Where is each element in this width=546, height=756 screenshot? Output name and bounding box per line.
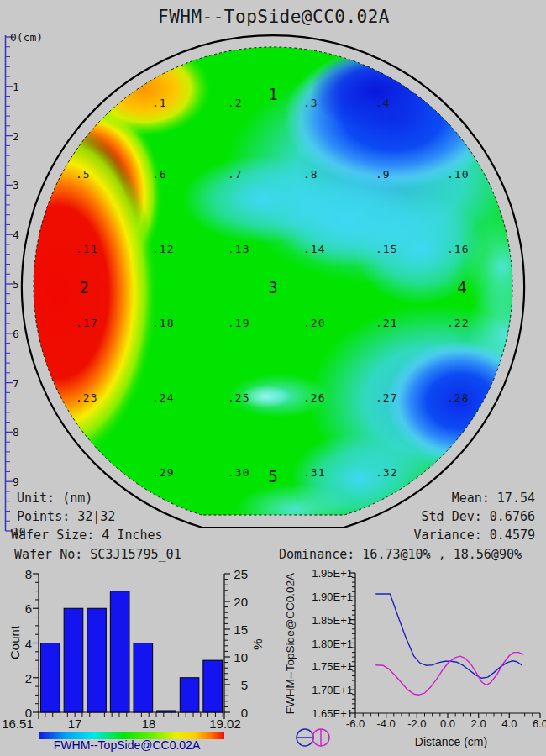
wafer-point-label: .2 — [228, 97, 243, 108]
line-x-tick-label: 2.0 — [471, 718, 486, 729]
wafer-point-label: .10 — [447, 169, 469, 180]
wafer-site-label: 2 — [79, 280, 88, 296]
ruler-tick-label: 4 — [13, 229, 19, 240]
graphics-canvas — [0, 0, 546, 756]
hist-percent-tick-label: 0 — [241, 706, 248, 719]
wafer-point-label: .15 — [375, 244, 397, 255]
mean-value: Mean: 17.54 — [452, 492, 535, 505]
wafer-point-label: .4 — [375, 97, 391, 108]
hist-x-tick-label: 18 — [142, 717, 156, 730]
wafer-point-label: .28 — [447, 392, 469, 403]
hist-x-tick-label: 16.51 — [2, 717, 34, 730]
histogram-bar — [180, 678, 199, 712]
wafer-point-label: .5 — [76, 169, 91, 180]
wafer-point-label: .12 — [152, 244, 174, 255]
vertical-slice-curve — [376, 653, 523, 696]
wafer-point-label: .30 — [228, 467, 249, 478]
line-x-tick-label: 6.0 — [533, 718, 546, 729]
histogram-bar — [87, 608, 107, 712]
line-chart-series — [376, 594, 523, 695]
wafer-point-label: .27 — [375, 392, 397, 403]
line-x-tick-label: 4.0 — [501, 718, 517, 729]
wafer-point-label: .25 — [228, 392, 249, 403]
wafer-point-label: .22 — [447, 318, 469, 328]
wafer-point-label: .16 — [447, 244, 469, 255]
hist-percent-tick-label: 5 — [241, 679, 248, 691]
dominance-label: Dominance: 16.73@10% , 18.56@90% — [279, 549, 522, 561]
horizontal-slice-icon — [297, 729, 313, 746]
ruler-tick-label: 9 — [13, 476, 19, 487]
hist-percent-tick-label: 20 — [234, 596, 248, 608]
wafer-point-label: .24 — [152, 392, 174, 403]
hist-count-tick-label: 6 — [25, 602, 32, 615]
wafer-point-label: .23 — [76, 392, 97, 403]
horizontal-slice-curve — [376, 594, 522, 678]
line-chart-axes — [349, 573, 540, 718]
hist-x-tick-label: 19.02 — [209, 717, 241, 730]
ruler-tick-label: 8 — [13, 427, 19, 438]
wafer-point-label: .11 — [76, 244, 97, 255]
histogram-count-axis-title: Count — [8, 626, 21, 659]
ruler-tick-label: 2 — [13, 130, 19, 141]
line-chart-y-axis-title: FWHM--TopSide@CC0.02A — [285, 573, 297, 714]
wafer-point-label: .14 — [303, 244, 325, 255]
ruler-tick-label: 7 — [13, 377, 19, 388]
ruler-tick-label: 3 — [13, 180, 19, 191]
wafer-analysis-window: FWHM--TopSide@CC0.02A 0(cm) Unit: (nm) P… — [0, 0, 546, 756]
hist-percent-tick-label: 25 — [234, 568, 248, 580]
ruler-tick-label: 10 — [13, 526, 26, 537]
wafer-point-label: .31 — [303, 467, 325, 478]
page-title: FWHM--TopSide@CC0.02A — [158, 8, 390, 26]
histogram-bar — [110, 591, 129, 712]
wafer-point-label: .8 — [303, 169, 318, 180]
wafer-point-label: .17 — [76, 318, 97, 328]
ruler-tick-label: 1 — [13, 81, 19, 92]
wafer-site-label: 4 — [457, 280, 466, 296]
line-chart-x-axis-title: Distance (cm) — [415, 736, 487, 748]
line-y-tick-label: 1.80E+1 — [312, 638, 353, 648]
wafer-point-label: .13 — [228, 244, 249, 255]
ruler-origin-label: 0(cm) — [10, 32, 43, 43]
wafer-point-label: .3 — [303, 97, 318, 108]
wafer-point-label: .1 — [152, 97, 167, 108]
wafer-point-label: .19 — [228, 318, 249, 328]
histogram-axes — [33, 574, 230, 719]
wafer-site-label: 3 — [268, 280, 277, 296]
wafer-point-label: .21 — [375, 318, 397, 328]
points-label: Points: 32|32 — [17, 511, 115, 523]
wafer-point-label: .26 — [303, 392, 325, 403]
wafer-site-label: 1 — [268, 87, 277, 102]
unit-label: Unit: (nm) — [17, 492, 92, 505]
hist-x-tick-label: 17 — [68, 717, 82, 730]
hist-percent-tick-label: 15 — [234, 623, 248, 636]
hist-count-tick-label: 4 — [25, 637, 32, 649]
wafer-size-label: Wafer Size: 4 Inches — [11, 529, 163, 542]
histogram-percent-axis-title: % — [251, 638, 264, 649]
line-y-tick-label: 1.75E+1 — [312, 661, 353, 672]
line-y-tick-label: 1.90E+1 — [312, 591, 353, 601]
wafer-point-label: .18 — [152, 318, 174, 328]
wafer-site-label: 5 — [268, 469, 277, 485]
histogram-bar — [41, 643, 60, 713]
wafer-point-label: .29 — [152, 467, 174, 478]
line-x-tick-label: 0.0 — [440, 718, 455, 729]
wafer-point-label: .7 — [228, 169, 243, 180]
line-x-tick-label: -4.0 — [376, 718, 395, 729]
ruler-tick-label: 6 — [13, 328, 19, 339]
line-y-tick-label: 1.85E+1 — [312, 614, 353, 625]
line-y-tick-label: 1.95E+1 — [312, 568, 353, 579]
histogram-bar — [157, 711, 176, 712]
wafer-point-label: .32 — [375, 467, 397, 478]
slice-legend — [297, 729, 329, 746]
histogram-bar — [64, 608, 83, 712]
wafer-point-label: .9 — [375, 169, 391, 180]
hist-count-tick-label: 2 — [25, 671, 32, 684]
ruler-tick-label: 5 — [13, 279, 19, 290]
hist-percent-tick-label: 10 — [234, 651, 248, 664]
line-x-tick-label: -6.0 — [346, 718, 365, 729]
histogram-bar — [203, 660, 223, 712]
std-dev-value: Std Dev: 0.6766 — [422, 511, 535, 523]
wafer-point-label: .6 — [152, 169, 167, 180]
wafer-point-label: .20 — [303, 318, 325, 328]
wafer-no-label: Wafer No: SC3J15795_01 — [14, 549, 181, 561]
